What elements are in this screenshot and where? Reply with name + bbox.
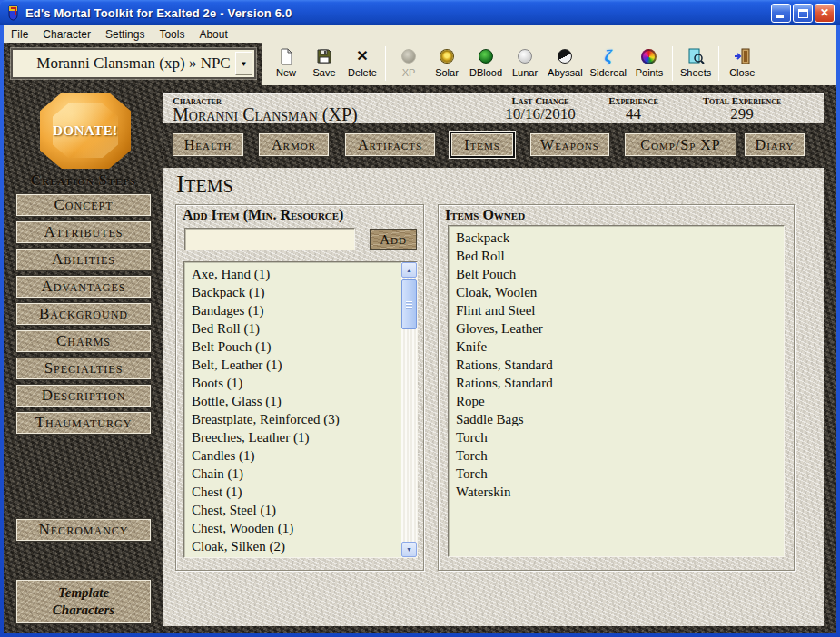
list-item[interactable]: Chest, Steel (1) xyxy=(192,501,417,519)
scroll-up-icon: ▲ xyxy=(406,267,412,273)
creation-steps-heading: Creation Steps xyxy=(4,172,163,189)
list-item[interactable]: Chest, Wooden (1) xyxy=(192,519,417,537)
sidereal-icon: ζ xyxy=(605,46,612,66)
sidebar-button[interactable]: Description xyxy=(16,385,151,407)
list-item[interactable]: Rations, Standard xyxy=(456,356,784,374)
tab-comp-sp-xp[interactable]: Comp/Sp XP xyxy=(625,133,736,156)
delete-button[interactable]: ✕ Delete xyxy=(343,45,381,79)
list-item[interactable]: Torch xyxy=(456,465,784,483)
list-item[interactable]: Breastplate, Reinforced (3) xyxy=(192,410,417,428)
sidebar-button[interactable]: Concept xyxy=(16,194,151,216)
sidebar-button[interactable]: Attributes xyxy=(16,221,151,243)
list-item[interactable]: Candles (1) xyxy=(192,446,417,465)
sidereal-button[interactable]: ζ Sidereal xyxy=(587,45,630,79)
close-button[interactable]: ✕ xyxy=(815,4,835,23)
abyssal-button[interactable]: Abyssal xyxy=(544,45,587,79)
sidebar-button-label: Thaumaturgy xyxy=(35,414,133,431)
sidebar-button[interactable]: Charms xyxy=(16,330,151,352)
list-item[interactable]: Belt, Leather (1) xyxy=(192,356,417,374)
toolbar-separator xyxy=(672,46,673,81)
toolbar-separator xyxy=(385,46,386,81)
template-button-line2: Characters xyxy=(53,602,114,619)
sidebar: DONATE! Creation Steps Concept Attribute… xyxy=(4,85,163,633)
item-catalog-items: Axe, Hand (1) Backpack (1) Bandages (1) … xyxy=(184,262,417,555)
close-character-button[interactable]: Close xyxy=(723,45,761,79)
list-item[interactable]: Flint and Steel xyxy=(456,301,784,319)
list-item[interactable]: Cloak, Woolen xyxy=(456,283,784,301)
menu-file[interactable]: File xyxy=(4,25,35,43)
menu-character[interactable]: Character xyxy=(35,25,98,43)
list-item[interactable]: Bandages (1) xyxy=(192,301,417,319)
combobox-arrow-button[interactable]: ▼ xyxy=(235,52,252,75)
list-item[interactable]: Waterskin xyxy=(456,483,784,501)
list-item[interactable]: Belt Pouch (1) xyxy=(192,338,417,356)
scrollbar-thumb[interactable] xyxy=(401,279,417,329)
sidebar-button[interactable]: Specialties xyxy=(16,358,151,379)
list-item[interactable]: Backpack xyxy=(456,229,784,247)
app-icon xyxy=(5,5,21,21)
list-item[interactable]: Torch xyxy=(456,446,784,465)
maximize-button[interactable] xyxy=(793,4,813,23)
solar-button[interactable]: Solar xyxy=(428,45,466,79)
tab-artifacts[interactable]: Artifacts xyxy=(345,133,435,156)
list-item[interactable]: Torch xyxy=(456,428,784,446)
tab-health[interactable]: Health xyxy=(173,133,243,156)
items-owned-list[interactable]: Backpack Bed Roll Belt Pouch Cloak, Wool… xyxy=(448,225,785,557)
tab-weapons[interactable]: Weapons xyxy=(530,133,609,156)
chevron-down-icon: ▼ xyxy=(241,60,248,68)
list-item[interactable]: Saddle Bags xyxy=(456,410,784,428)
delete-icon: ✕ xyxy=(356,46,368,66)
sidebar-button[interactable]: Background xyxy=(16,303,151,325)
list-item[interactable]: Chest (1) xyxy=(192,483,417,501)
template-characters-button[interactable]: Template Characters xyxy=(16,580,151,623)
character-combobox-value: Moranni Clansman (xp) » NPC xyxy=(36,54,230,73)
add-item-group: Add Item (Min. Resource) Add Axe, Hand (… xyxy=(175,204,424,571)
list-item[interactable]: Bottle, Glass (1) xyxy=(192,392,417,410)
menu-tools[interactable]: Tools xyxy=(152,25,192,43)
sidebar-button[interactable]: Abilities xyxy=(16,249,151,270)
tab-diary[interactable]: Diary xyxy=(745,133,805,156)
creation-step-buttons: Concept Attributes Abilities Advantages … xyxy=(16,194,151,439)
tab-armor[interactable]: Armor xyxy=(259,133,329,156)
list-item[interactable]: Belt Pouch xyxy=(456,265,784,283)
list-item[interactable]: Rope xyxy=(456,392,784,410)
last-change-value: 10/16/2010 xyxy=(472,106,608,122)
xp-button: XP xyxy=(390,45,428,79)
save-button[interactable]: Save xyxy=(305,45,343,79)
menu-settings[interactable]: Settings xyxy=(98,25,152,43)
tab-items[interactable]: Items xyxy=(451,133,513,156)
list-item[interactable]: Breeches, Leather (1) xyxy=(192,428,417,446)
add-item-input[interactable] xyxy=(184,228,355,250)
list-item[interactable]: Rations, Standard xyxy=(456,374,784,392)
character-combobox[interactable]: Moranni Clansman (xp) » NPC ▼ xyxy=(11,48,256,79)
list-item[interactable]: Backpack (1) xyxy=(192,283,417,301)
item-catalog-list[interactable]: Axe, Hand (1) Backpack (1) Bandages (1) … xyxy=(183,261,418,558)
list-item[interactable]: Gloves, Leather xyxy=(456,319,784,338)
dblood-button[interactable]: DBlood xyxy=(466,45,506,79)
points-button[interactable]: Points xyxy=(630,45,668,79)
list-item[interactable]: Knife xyxy=(456,338,784,356)
sidebar-button-label: Specialties xyxy=(44,359,124,377)
minimize-button[interactable] xyxy=(771,4,791,23)
list-item[interactable]: Chain (1) xyxy=(192,465,417,483)
scroll-down-icon: ▼ xyxy=(406,546,412,553)
list-item[interactable]: Boots (1) xyxy=(192,374,417,392)
scroll-up-button[interactable]: ▲ xyxy=(401,262,417,278)
sheets-button[interactable]: Sheets xyxy=(677,45,715,79)
add-button-label: Add xyxy=(380,232,407,247)
lunar-button[interactable]: Lunar xyxy=(506,45,544,79)
menu-about[interactable]: About xyxy=(192,25,234,43)
list-item[interactable]: Axe, Hand (1) xyxy=(192,265,417,283)
new-button[interactable]: New xyxy=(267,45,305,79)
scroll-down-button[interactable]: ▼ xyxy=(401,542,417,557)
list-item[interactable]: Bed Roll (1) xyxy=(192,319,417,338)
list-item[interactable]: Cloak, Silken (2) xyxy=(192,537,417,555)
sidebar-button[interactable]: Thaumaturgy xyxy=(16,412,151,434)
list-item[interactable]: Bed Roll xyxy=(456,247,784,265)
toolbar: New Save ✕ Delete XP Solar xyxy=(262,43,836,85)
sidebar-button-necromancy[interactable]: Necromancy xyxy=(16,519,151,541)
add-button[interactable]: Add xyxy=(370,229,417,250)
sidebar-button[interactable]: Advantages xyxy=(16,276,151,298)
donate-gem[interactable]: DONATE! xyxy=(40,93,131,169)
scrollbar[interactable]: ▲ ▼ xyxy=(401,262,417,557)
